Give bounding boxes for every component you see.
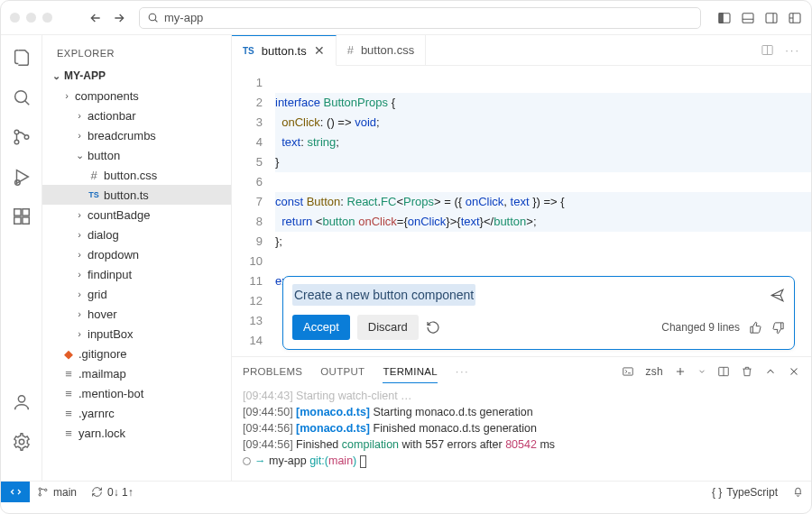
regenerate-icon[interactable] (426, 320, 440, 335)
tab-label: button.css (361, 43, 414, 57)
status-language[interactable]: { } TypeScript (705, 486, 785, 499)
search-icon (147, 12, 159, 23)
editor-tabs: TS button.ts ✕ # button.css ··· (232, 35, 811, 66)
inline-chat-panel: Create a new button component Accept Dis… (282, 276, 795, 350)
explorer-icon[interactable] (12, 48, 32, 68)
nav-back-icon[interactable] (88, 11, 103, 25)
tree-root[interactable]: ⌄MY-APP (42, 66, 231, 86)
minimize-dot[interactable] (26, 13, 36, 23)
layout-sidebar-right-icon[interactable] (764, 11, 779, 25)
file-mention-bot[interactable]: ≡.mention-bot (42, 383, 231, 403)
thumbs-up-icon[interactable] (749, 321, 762, 335)
send-icon[interactable] (770, 288, 785, 303)
split-editor-icon[interactable] (761, 43, 774, 57)
terminal-cursor (360, 455, 366, 468)
layout-customize-icon[interactable] (788, 11, 802, 25)
svg-rect-13 (22, 217, 28, 224)
svg-rect-2 (719, 13, 723, 23)
explorer-sidebar: EXPLORER ⌄MY-APP ›components ›actionbar … (42, 35, 232, 481)
folder-countbadge[interactable]: ›countBadge (42, 205, 231, 225)
kill-terminal-icon[interactable] (741, 365, 753, 378)
layout-sidebar-left-icon[interactable] (717, 11, 732, 25)
svg-point-15 (18, 396, 24, 402)
search-icon[interactable] (12, 87, 32, 107)
panel-tab-output[interactable]: OUTPUT (320, 366, 364, 377)
status-notifications[interactable] (785, 486, 811, 499)
status-sync[interactable]: 0↓ 1↑ (84, 486, 141, 499)
inline-chat-input[interactable]: Create a new button component (292, 284, 785, 306)
svg-rect-14 (22, 209, 28, 216)
remote-indicator[interactable] (1, 482, 30, 502)
status-branch[interactable]: main (30, 486, 84, 499)
file-button-css[interactable]: #button.css (42, 165, 231, 185)
source-control-icon[interactable] (12, 127, 32, 147)
svg-point-8 (14, 140, 19, 144)
svg-rect-3 (743, 13, 753, 23)
folder-grid[interactable]: ›grid (42, 284, 231, 304)
activity-bar (1, 35, 42, 481)
folder-button[interactable]: ⌄button (42, 145, 231, 165)
folder-actionbar[interactable]: ›actionbar (42, 106, 231, 125)
command-center-text: my-app (164, 11, 203, 24)
split-terminal-icon[interactable] (717, 365, 730, 378)
file-yarnrc[interactable]: ≡.yarnrc (42, 403, 231, 423)
prompt-status-icon (243, 457, 251, 465)
file-mailmap[interactable]: ≡.mailmap (42, 363, 231, 383)
run-debug-icon[interactable] (12, 167, 32, 187)
file-button-ts[interactable]: TSbutton.ts (42, 185, 231, 205)
svg-point-16 (19, 439, 24, 445)
svg-point-21 (39, 494, 41, 496)
folder-hover[interactable]: ›hover (42, 304, 231, 324)
inline-chat-prompt: Create a new button component (292, 284, 475, 306)
svg-point-22 (45, 489, 47, 491)
terminal-output[interactable]: [09:44:43] Starting watch-client … [09:4… (232, 386, 811, 481)
new-terminal-icon[interactable] (674, 365, 687, 378)
titlebar: my-app (1, 1, 811, 35)
more-actions-icon[interactable]: ··· (785, 43, 800, 57)
extensions-icon[interactable] (12, 207, 32, 226)
folder-dialog[interactable]: ›dialog (42, 225, 231, 244)
status-bar: main 0↓ 1↑ { } TypeScript (1, 481, 811, 502)
editor-area: TS button.ts ✕ # button.css ··· 12345678… (232, 35, 811, 481)
panel-tab-terminal[interactable]: TERMINAL (383, 366, 438, 383)
code-editor[interactable]: 123456789101112131415 interface ButtonPr… (232, 66, 811, 356)
bell-icon (792, 486, 804, 498)
folder-dropdown[interactable]: ›dropdown (42, 244, 231, 264)
tab-button-ts[interactable]: TS button.ts ✕ (232, 35, 337, 66)
discard-button[interactable]: Discard (357, 315, 419, 340)
folder-breadcrumbs[interactable]: ›breadcrumbs (42, 125, 231, 145)
css-icon: # (347, 43, 354, 57)
changed-lines-label: Changed 9 lines (661, 317, 740, 337)
tab-close-icon[interactable]: ✕ (314, 43, 325, 58)
maximize-dot[interactable] (42, 13, 52, 23)
layout-panel-icon[interactable] (741, 11, 755, 25)
maximize-panel-icon[interactable] (764, 365, 777, 378)
folder-components[interactable]: ›components (42, 86, 231, 106)
file-yarn-lock[interactable]: ≡yarn.lock (42, 423, 231, 443)
terminal-dropdown-icon[interactable] (697, 365, 706, 378)
ts-icon: TS (243, 46, 254, 56)
panel-tab-more-icon[interactable]: ··· (456, 366, 470, 377)
accounts-icon[interactable] (12, 392, 32, 412)
svg-rect-4 (766, 13, 777, 23)
svg-rect-18 (623, 368, 633, 375)
braces-icon: { } (712, 486, 722, 499)
sidebar-title: EXPLORER (42, 44, 231, 66)
command-center[interactable]: my-app (139, 7, 701, 29)
accept-button[interactable]: Accept (292, 315, 350, 340)
close-panel-icon[interactable] (788, 365, 800, 378)
svg-point-7 (14, 130, 19, 134)
nav-forward-icon[interactable] (112, 11, 126, 25)
close-dot[interactable] (10, 13, 20, 23)
file-gitignore[interactable]: ◆.gitignore (42, 344, 231, 363)
folder-inputbox[interactable]: ›inputBox (42, 324, 231, 344)
terminal-profile-icon[interactable] (622, 365, 634, 378)
file-tree: ⌄MY-APP ›components ›actionbar ›breadcru… (42, 66, 231, 443)
tab-button-css[interactable]: # button.css (337, 35, 427, 65)
panel-tab-problems[interactable]: PROBLEMS (243, 366, 302, 377)
folder-findinput[interactable]: ›findinput (42, 264, 231, 284)
sync-icon (91, 486, 103, 498)
settings-gear-icon[interactable] (12, 432, 32, 452)
thumbs-down-icon[interactable] (771, 321, 785, 335)
svg-point-6 (14, 91, 26, 103)
